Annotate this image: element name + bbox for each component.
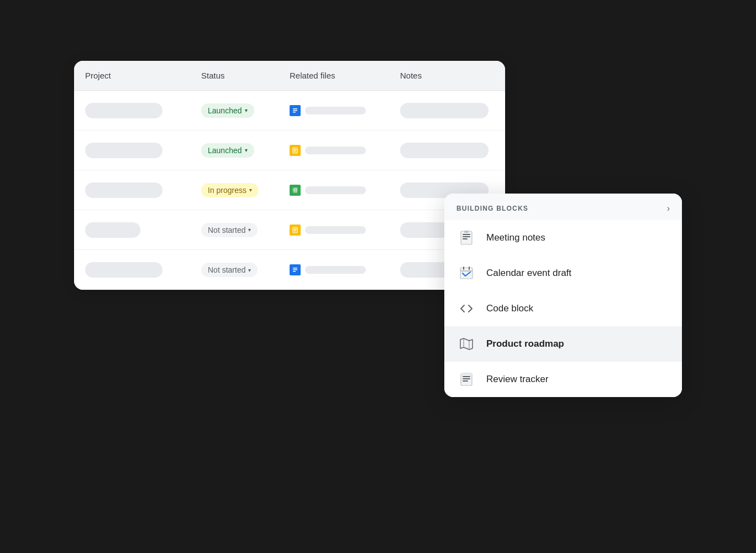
chevron-down-icon: ▾ bbox=[245, 107, 248, 113]
svg-rect-28 bbox=[460, 270, 473, 272]
table-row: Launched ▾ bbox=[74, 131, 505, 170]
files-cell bbox=[279, 177, 389, 204]
file-icon-sheets bbox=[290, 185, 301, 196]
table-row: Not started ▾ bbox=[74, 250, 505, 290]
files-cell bbox=[279, 217, 389, 243]
dropdown-menu: BUILDING BLOCKS › Meeting notes bbox=[444, 194, 682, 397]
file-name-skeleton bbox=[305, 107, 366, 114]
project-pill bbox=[85, 143, 162, 158]
svg-rect-34 bbox=[463, 376, 470, 377]
map-icon bbox=[456, 334, 476, 354]
svg-rect-2 bbox=[293, 110, 297, 111]
table-row: Not started ▾ bbox=[74, 210, 505, 250]
svg-rect-38 bbox=[468, 373, 472, 375]
status-badge-notstarted[interactable]: Not started ▾ bbox=[201, 263, 258, 277]
col-header-files: Related files bbox=[279, 61, 389, 90]
status-label: Not started bbox=[208, 226, 245, 234]
files-cell bbox=[279, 257, 389, 283]
svg-rect-19 bbox=[293, 268, 297, 269]
project-cell bbox=[74, 95, 190, 126]
svg-rect-29 bbox=[463, 267, 464, 270]
dropdown-item-label: Review tracker bbox=[486, 374, 548, 385]
code-icon bbox=[456, 299, 476, 319]
file-icon-slides bbox=[290, 225, 301, 236]
svg-rect-5 bbox=[293, 148, 298, 153]
svg-rect-25 bbox=[463, 238, 468, 239]
chevron-down-icon: ▾ bbox=[248, 267, 251, 273]
chevron-down-icon: ▾ bbox=[248, 227, 251, 233]
col-header-status: Status bbox=[190, 61, 279, 90]
files-cell bbox=[279, 137, 389, 164]
col-header-notes: Notes bbox=[389, 61, 505, 90]
svg-rect-35 bbox=[463, 378, 470, 379]
project-cell bbox=[74, 254, 190, 285]
file-icon-doc bbox=[290, 264, 301, 275]
table-row: Launched ▾ bbox=[74, 91, 505, 131]
svg-rect-1 bbox=[293, 108, 297, 109]
svg-rect-9 bbox=[293, 187, 298, 193]
status-cell: Not started ▾ bbox=[190, 255, 279, 285]
svg-rect-15 bbox=[293, 227, 298, 233]
notes-skeleton bbox=[400, 103, 489, 118]
review-icon bbox=[456, 369, 476, 389]
notes-skeleton bbox=[400, 143, 489, 158]
svg-rect-23 bbox=[463, 234, 470, 235]
status-cell: Not started ▾ bbox=[190, 215, 279, 245]
file-name-skeleton bbox=[305, 266, 366, 274]
status-label: Not started bbox=[208, 265, 245, 274]
file-icon-slides bbox=[290, 145, 301, 156]
svg-rect-21 bbox=[293, 271, 296, 272]
chevron-down-icon: ▾ bbox=[245, 147, 248, 153]
notes-cell bbox=[389, 135, 505, 166]
dropdown-item-label: Code block bbox=[486, 303, 533, 314]
project-pill bbox=[85, 103, 162, 118]
table-header: Project Status Related files Notes bbox=[74, 61, 505, 91]
svg-rect-3 bbox=[293, 112, 296, 113]
svg-rect-36 bbox=[463, 380, 468, 382]
dropdown-item-review-tracker[interactable]: Review tracker bbox=[444, 362, 682, 397]
dropdown-header: BUILDING BLOCKS › bbox=[444, 194, 682, 220]
status-cell: In progress ▾ bbox=[190, 175, 279, 205]
dropdown-item-meeting-notes[interactable]: Meeting notes bbox=[444, 220, 682, 255]
status-badge-notstarted[interactable]: Not started ▾ bbox=[201, 223, 258, 237]
meeting-notes-icon bbox=[456, 228, 476, 248]
dropdown-item-label: Product roadmap bbox=[486, 338, 564, 349]
file-icon-doc bbox=[290, 105, 301, 116]
svg-rect-26 bbox=[464, 231, 469, 233]
status-badge-launched[interactable]: Launched ▾ bbox=[201, 103, 254, 118]
col-header-project: Project bbox=[74, 61, 190, 90]
file-name-skeleton bbox=[305, 147, 366, 154]
notes-cell bbox=[389, 95, 505, 126]
project-pill bbox=[85, 182, 162, 198]
status-cell: Launched ▾ bbox=[190, 135, 279, 165]
table-body: Launched ▾ bbox=[74, 91, 505, 290]
svg-rect-20 bbox=[293, 269, 297, 270]
status-label: In progress bbox=[208, 186, 246, 195]
project-cell bbox=[74, 135, 190, 166]
table-row: In progress ▾ bbox=[74, 170, 505, 210]
chevron-right-icon[interactable]: › bbox=[667, 204, 670, 213]
status-badge-inprogress[interactable]: In progress ▾ bbox=[201, 183, 259, 197]
dropdown-item-calendar-event[interactable]: Calendar event draft bbox=[444, 255, 682, 291]
status-label: Launched bbox=[208, 146, 242, 155]
status-label: Launched bbox=[208, 106, 242, 115]
files-cell bbox=[279, 97, 389, 124]
svg-rect-24 bbox=[463, 236, 470, 237]
dropdown-section-title: BUILDING BLOCKS bbox=[456, 205, 528, 212]
svg-rect-30 bbox=[469, 267, 470, 270]
file-name-skeleton bbox=[305, 226, 366, 234]
dropdown-item-product-roadmap[interactable]: Product roadmap bbox=[444, 326, 682, 362]
svg-rect-22 bbox=[461, 231, 472, 244]
table-card: Project Status Related files Notes Launc… bbox=[74, 61, 505, 290]
status-badge-launched[interactable]: Launched ▾ bbox=[201, 143, 254, 158]
project-pill bbox=[85, 262, 162, 278]
calendar-icon bbox=[456, 263, 476, 283]
file-name-skeleton bbox=[305, 186, 366, 194]
dropdown-item-code-block[interactable]: Code block bbox=[444, 291, 682, 326]
project-cell bbox=[74, 175, 190, 206]
status-cell: Launched ▾ bbox=[190, 96, 279, 126]
project-pill bbox=[85, 222, 140, 238]
project-cell bbox=[74, 215, 190, 246]
svg-rect-17 bbox=[293, 230, 296, 231]
svg-rect-16 bbox=[293, 229, 297, 229]
